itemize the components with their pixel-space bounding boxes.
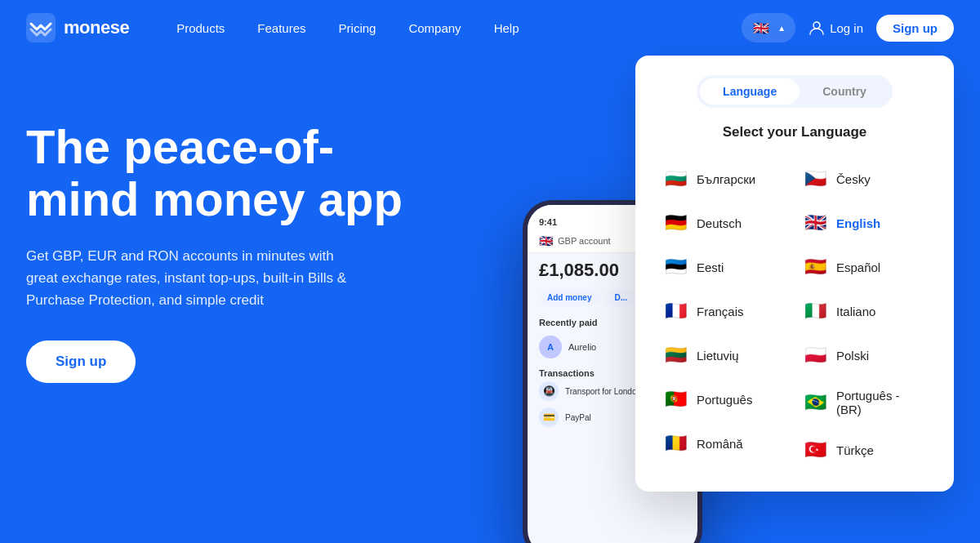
phone-action-2[interactable]: D... (606, 289, 635, 306)
lang-flag-icon: 🇵🇹 (665, 389, 687, 410)
phone-time: 9:41 (539, 217, 557, 227)
lang-flag-icon: 🇪🇪 (665, 256, 687, 278)
hero-content: The peace-of-mind money app Get GBP, EUR… (26, 56, 418, 383)
lang-name: Español (836, 260, 880, 274)
nav-right: 🇬🇧 ▲ Log in Sign up (742, 13, 954, 42)
txn-1-name: Transport for London (565, 387, 641, 396)
lang-flag-icon: 🇬🇧 (804, 212, 826, 234)
lang-name: Български (697, 172, 755, 186)
logo-text: monese (64, 17, 129, 38)
lang-name: Eesti (697, 260, 724, 274)
tab-language[interactable]: Language (700, 78, 800, 105)
lang-name: Lietuvių (697, 349, 739, 363)
language-country-tabs: Language Country (697, 75, 893, 108)
lang-name: Português - (BR) (836, 389, 924, 416)
txn-2-name: PayPal (565, 413, 591, 422)
lang-item-deutsch[interactable]: 🇩🇪Deutsch (655, 201, 795, 245)
chevron-up-icon: ▲ (777, 24, 786, 33)
contact-name: Aurelio (568, 342, 596, 352)
lang-item-español[interactable]: 🇪🇸Español (795, 245, 934, 289)
lang-flag-icon: 🇩🇪 (665, 212, 687, 234)
nav-products[interactable]: Products (162, 15, 239, 42)
lang-item-english[interactable]: 🇬🇧English (795, 201, 934, 245)
lang-flag-icon: 🇹🇷 (804, 439, 826, 461)
lang-name: Italiano (836, 305, 875, 318)
nav-help[interactable]: Help (479, 15, 534, 42)
lang-flag-icon: 🇫🇷 (665, 300, 687, 322)
lang-name: Português (697, 393, 752, 407)
txn-2-icon: 💳 (539, 407, 559, 427)
nav-pricing[interactable]: Pricing (324, 15, 391, 42)
lang-name: Română (697, 437, 743, 451)
lang-item-polski[interactable]: 🇵🇱Polski (795, 333, 934, 377)
lang-flag-icon: 🇱🇹 (665, 345, 687, 366)
phone-account-label: GBP account (558, 236, 611, 246)
nav-features[interactable]: Features (243, 15, 320, 42)
txn-1-icon: 🚇 (539, 381, 559, 401)
language-button[interactable]: 🇬🇧 ▲ (742, 13, 795, 42)
lang-item-română[interactable]: 🇷🇴Română (655, 421, 795, 465)
lang-name: Français (697, 305, 744, 318)
contact-avatar: A (539, 336, 562, 358)
lang-flag-icon: 🇨🇿 (804, 168, 826, 189)
tab-country[interactable]: Country (800, 78, 889, 105)
lang-name: Polski (836, 349, 869, 363)
lang-item-česky[interactable]: 🇨🇿Česky (795, 157, 934, 201)
lang-flag-icon: 🇧🇷 (804, 392, 826, 413)
lang-name: Česky (836, 172, 871, 186)
uk-flag-icon: 🇬🇧 (751, 18, 771, 38)
lang-item-eesti[interactable]: 🇪🇪Eesti (655, 245, 795, 289)
signup-button-hero[interactable]: Sign up (26, 340, 136, 383)
navbar: monese Products Features Pricing Company… (0, 0, 980, 56)
svg-rect-0 (26, 13, 56, 42)
hero-title: The peace-of-mind money app (26, 121, 418, 225)
person-icon (808, 20, 825, 36)
lang-flag-icon: 🇪🇸 (804, 256, 826, 278)
svg-point-1 (813, 22, 820, 29)
lang-item-български[interactable]: 🇧🇬Български (655, 157, 795, 201)
lang-flag-icon: 🇮🇹 (804, 300, 826, 322)
add-money-button[interactable]: Add money (539, 289, 599, 306)
lang-name: Türkçe (836, 443, 874, 457)
lang-flag-icon: 🇷🇴 (665, 433, 687, 454)
logo-icon (26, 13, 56, 42)
lang-item-português---(br)[interactable]: 🇧🇷Português - (BR) (795, 377, 934, 428)
login-button[interactable]: Log in (808, 20, 863, 36)
logo[interactable]: monese (26, 13, 129, 42)
lang-item-türkçe[interactable]: 🇹🇷Türkçe (795, 428, 934, 472)
lang-item-français[interactable]: 🇫🇷Français (655, 289, 795, 333)
select-language-title: Select your Language (655, 124, 934, 140)
language-grid: 🇧🇬Български🇩🇪Deutsch🇪🇪Eesti🇫🇷Français🇱🇹L… (655, 157, 934, 472)
nav-links: Products Features Pricing Company Help (162, 15, 742, 42)
nav-company[interactable]: Company (394, 15, 475, 42)
signup-button-nav[interactable]: Sign up (876, 15, 954, 42)
lang-name: Deutsch (697, 216, 742, 230)
lang-item-lietuvių[interactable]: 🇱🇹Lietuvių (655, 333, 795, 377)
lang-item-português[interactable]: 🇵🇹Português (655, 377, 795, 421)
language-dropdown: Language Country Select your Language 🇧🇬… (635, 56, 954, 492)
lang-item-italiano[interactable]: 🇮🇹Italiano (795, 289, 934, 333)
lang-name: English (836, 216, 880, 230)
phone-flag-icon: 🇬🇧 (539, 234, 553, 247)
lang-flag-icon: 🇧🇬 (665, 168, 687, 189)
hero-subtitle: Get GBP, EUR and RON accounts in minutes… (26, 245, 353, 312)
lang-flag-icon: 🇵🇱 (804, 345, 826, 366)
